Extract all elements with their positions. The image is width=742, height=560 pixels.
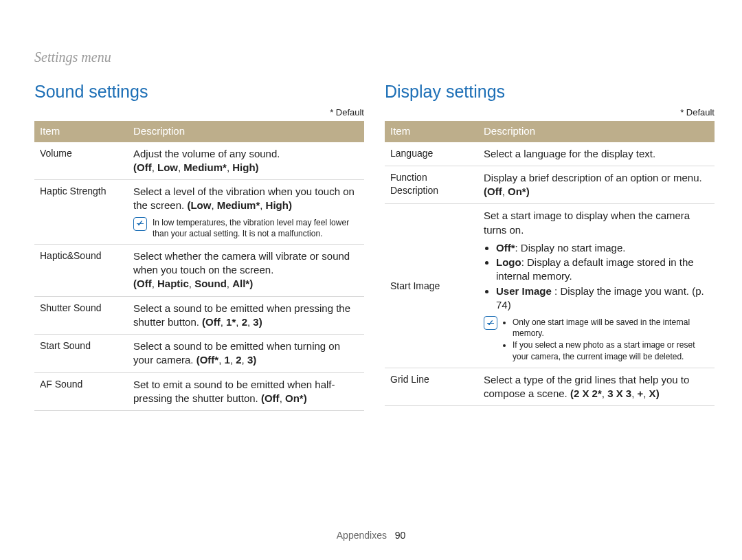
options-group: (Off, On*) [261,392,307,404]
list-item: User Image : Display the image you want.… [496,284,709,313]
table-row: AF Sound Set to emit a sound to be emitt… [34,372,364,411]
footer-section: Appendixes [337,530,387,541]
note-icon: ✓ [133,217,147,231]
options-group: (Off*, 1, 2, 3) [196,354,257,366]
note-icon: ✓ [484,316,497,330]
row-description: Adjust the volume of any sound. (Off, Lo… [128,142,364,180]
page-footer: Appendixes 90 [0,529,742,542]
table-row: Start Image Set a start image to display… [385,204,715,368]
note-item: Only one start image will be saved in th… [513,317,709,339]
row-item: AF Sound [34,372,128,411]
row-description: Select a sound to be emitted when pressi… [128,296,364,335]
table-row: Haptic&Sound Select whether the camera w… [34,244,364,296]
description-text: Display a brief description of an option… [484,171,709,185]
row-item: Grid Line [385,368,478,406]
row-description: Set to emit a sound to be emitted when h… [128,372,364,411]
options-group: (2 X 2*, 3 X 3, +, X) [570,388,660,399]
table-row: Start Sound Select a sound to be emitted… [34,335,364,373]
row-item: Start Image [385,204,478,368]
table-header-description: Description [128,121,364,142]
row-description: Select a sound to be emitted when turnin… [128,335,364,373]
row-item: Haptic&Sound [34,244,128,296]
table-row: Function Description Display a brief des… [385,166,715,204]
options-group: (Off, Low, Medium*, High) [133,161,259,173]
manual-page: Settings menu Sound settings * Default I… [0,0,742,560]
table-row: Haptic Strength Select a level of the vi… [34,180,364,245]
row-description: Select a level of the vibration when you… [128,180,364,245]
table-row: Grid Line Select a type of the grid line… [385,368,715,406]
options-group: (Off, Haptic, Sound, All*) [133,278,253,289]
content-columns: Sound settings * Default Item Descriptio… [34,80,715,411]
breadcrumb: Settings menu [34,48,715,67]
display-settings-title: Display settings [385,80,715,104]
description-text: Set a start image to display when the ca… [484,210,690,235]
note-block: ✓ In low temperatures, the vibration lev… [133,217,359,239]
note-list: Only one start image will be saved in th… [503,316,709,363]
table-header-description: Description [478,121,715,142]
display-settings-column: Display settings * Default Item Descript… [385,80,715,411]
row-description: Display a brief description of an option… [478,166,715,204]
sound-settings-column: Sound settings * Default Item Descriptio… [34,80,364,411]
options-group: (Off, On*) [484,186,530,197]
row-description: Select whether the camera will vibrate o… [128,244,364,296]
row-description: Set a start image to display when the ca… [478,204,715,368]
table-header-item: Item [385,121,478,142]
note-text: In low temperatures, the vibration level… [153,217,359,239]
options-group: (Low, Medium*, High) [187,199,292,211]
bullet-list: Off*: Display no start image. Logo: Disp… [496,241,709,312]
list-item: Logo: Display a default image stored in … [496,256,709,284]
row-description: Select a type of the grid lines that hel… [478,368,715,406]
row-item: Shutter Sound [34,296,128,335]
row-description: Select a language for the display text. [478,142,715,166]
table-row: Volume Adjust the volume of any sound. (… [34,142,364,180]
table-row: Shutter Sound Select a sound to be emitt… [34,296,364,335]
row-item: Volume [34,142,128,180]
default-note: * Default [34,107,364,119]
sound-settings-title: Sound settings [34,80,364,104]
page-number: 90 [395,530,406,541]
display-settings-table: Item Description Language Select a langu… [385,121,715,406]
row-item: Haptic Strength [34,180,128,245]
list-item: Off*: Display no start image. [496,241,709,255]
options-group: (Off, 1*, 2, 3) [202,316,262,328]
table-header-item: Item [34,121,128,142]
sound-settings-table: Item Description Volume Adjust the volum… [34,121,364,411]
row-item: Start Sound [34,335,128,373]
note-block: ✓ Only one start image will be saved in … [484,316,709,363]
default-note: * Default [385,107,715,119]
row-item: Language [385,142,478,166]
description-text: Adjust the volume of any sound. [133,147,359,161]
note-item: If you select a new photo as a start ima… [513,339,709,361]
table-row: Language Select a language for the displ… [385,142,715,166]
row-item: Function Description [385,166,478,204]
description-text: Select whether the camera will vibrate o… [133,249,359,278]
